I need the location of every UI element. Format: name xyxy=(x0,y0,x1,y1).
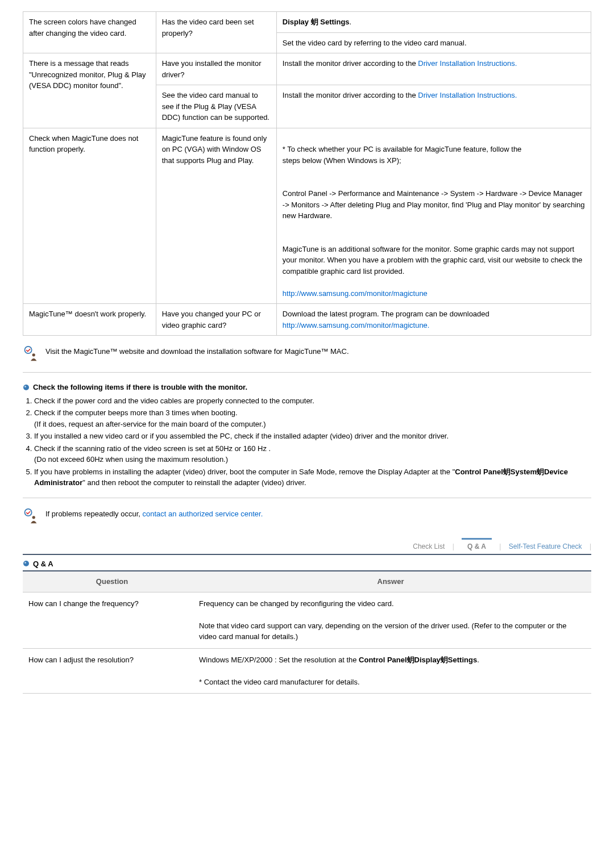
check-person-icon xyxy=(23,346,39,362)
svg-point-7 xyxy=(24,562,26,564)
svg-point-2 xyxy=(23,385,29,390)
check-person-icon xyxy=(23,508,39,524)
svg-point-5 xyxy=(32,516,35,519)
tab-qa[interactable]: Q & A xyxy=(456,542,497,550)
svg-point-6 xyxy=(23,561,29,566)
check-item: Check if the computer beeps more than 3 … xyxy=(34,407,591,429)
qa-answer: Frequency can be changed by reconfigurin… xyxy=(193,592,591,649)
qa-header-question: Question xyxy=(28,576,196,587)
service-center-link[interactable]: contact an authorized service center. xyxy=(143,510,263,518)
driver-install-link[interactable]: Driver Installation Instructions. xyxy=(418,91,517,99)
trouble-answer: Set the video card by referring to the v… xyxy=(276,32,591,53)
bullet-icon xyxy=(23,560,30,567)
divider xyxy=(23,498,591,498)
tab-self-test[interactable]: Self-Test Feature Check xyxy=(503,542,588,550)
qa-table: How can I change the frequency? Frequenc… xyxy=(23,592,591,694)
note-magictune-mac: Visit the MagicTune™ website and downloa… xyxy=(23,346,591,362)
check-item: If you have problems in installing the a… xyxy=(34,466,591,489)
section-tabs: Check List | Q & A | Self-Test Feature C… xyxy=(23,541,591,552)
qa-question: How can I change the frequency? xyxy=(23,592,193,649)
troubleshooting-table: The screen colors have changed after cha… xyxy=(23,11,591,336)
svg-point-0 xyxy=(25,347,32,353)
trouble-check: See the video card manual to see if the … xyxy=(156,85,276,128)
trouble-answer: Install the monitor driver according to … xyxy=(276,53,591,85)
trouble-answer: Install the monitor driver according to … xyxy=(276,85,591,128)
magictune-url[interactable]: http://www.samsung.com/monitor/magictune xyxy=(283,289,428,298)
trouble-symptom: Check when MagicTune does not function p… xyxy=(23,128,156,304)
check-item: Check if the power cord and the video ca… xyxy=(34,395,591,407)
magictune-url[interactable]: http://www.samsung.com/monitor/magictune… xyxy=(283,321,430,329)
check-item: If you installed a new video card or if … xyxy=(34,431,591,442)
check-item: Check if the scanning ratio of the video… xyxy=(34,443,591,465)
svg-point-4 xyxy=(25,508,32,515)
qa-section-title: Q & A xyxy=(23,554,591,570)
bullet-icon xyxy=(23,384,30,391)
tab-check-list[interactable]: Check List xyxy=(407,542,450,550)
driver-install-link[interactable]: Driver Installation Instructions. xyxy=(418,59,517,68)
trouble-check: Have you changed your PC or video graphi… xyxy=(156,304,276,336)
display-settings-label: Display 蚏 Settings xyxy=(283,18,350,26)
qa-table-header: Question Answer xyxy=(23,570,591,592)
trouble-symptom: The screen colors have changed after cha… xyxy=(23,12,156,53)
trouble-answer: Display 蚏 Settings. xyxy=(276,12,591,33)
check-section-title: Check the following items if there is tr… xyxy=(23,382,591,393)
trouble-symptom: There is a message that reads "Unrecogni… xyxy=(23,53,156,128)
trouble-answer: Download the latest program. The program… xyxy=(276,304,591,336)
trouble-check: Has the video card been set properly? xyxy=(156,12,276,53)
trouble-symptom: MagicTune™ doesn't work properly. xyxy=(23,304,156,336)
qa-header-answer: Answer xyxy=(196,576,586,587)
trouble-check: MagicTune feature is found only on PC (V… xyxy=(156,128,276,304)
note-contact-service: If problems repeatedly occur, contact an… xyxy=(23,508,591,524)
check-list: Check if the power cord and the video ca… xyxy=(34,395,591,489)
qa-answer: Windows ME/XP/2000 : Set the resolution … xyxy=(193,648,591,694)
divider xyxy=(23,372,591,373)
qa-question: How can I adjust the resolution? xyxy=(23,648,193,694)
trouble-answer: * To check whether your PC is available … xyxy=(276,128,591,304)
trouble-check: Have you installed the monitor driver? xyxy=(156,53,276,85)
svg-point-3 xyxy=(24,386,26,387)
svg-point-1 xyxy=(32,353,35,356)
